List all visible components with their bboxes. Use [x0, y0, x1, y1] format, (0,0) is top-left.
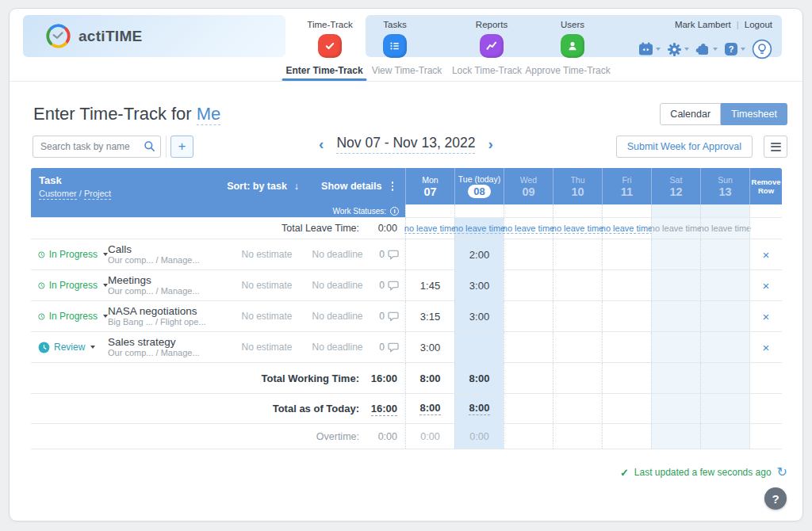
- logo[interactable]: actiTIME: [23, 15, 285, 57]
- previous-week-arrow[interactable]: ‹: [316, 134, 327, 155]
- total-working-time-label: Total Working Time:: [261, 372, 359, 384]
- status-dropdown[interactable]: In Progress: [31, 239, 108, 269]
- calendar-view-button[interactable]: Calendar: [660, 103, 721, 125]
- customer-sort-link[interactable]: Customer: [39, 189, 77, 200]
- show-details-control[interactable]: Show details: [321, 181, 381, 192]
- refresh-icon[interactable]: ↻: [777, 466, 787, 479]
- settings-menu-button[interactable]: [665, 40, 691, 59]
- time-cell[interactable]: [651, 270, 700, 300]
- tab-label: Time-Track: [307, 20, 352, 29]
- total-as-of-today-label: Total as of Today:: [273, 403, 359, 414]
- info-icon[interactable]: i: [390, 207, 399, 216]
- tips-button[interactable]: [750, 37, 774, 61]
- comments-button[interactable]: 0: [374, 301, 405, 331]
- search-icon[interactable]: [144, 140, 155, 155]
- time-cell[interactable]: [553, 239, 602, 269]
- remove-row-button[interactable]: ×: [763, 342, 770, 353]
- time-cell[interactable]: [651, 239, 700, 269]
- time-cell[interactable]: [504, 239, 553, 269]
- integrations-menu-button[interactable]: [694, 40, 719, 58]
- comments-button[interactable]: 0: [374, 239, 405, 269]
- chevron-down-icon: [713, 48, 718, 51]
- search-input[interactable]: [33, 136, 161, 158]
- time-cell[interactable]: [602, 239, 651, 269]
- time-cell[interactable]: [602, 301, 651, 331]
- task-name[interactable]: Calls: [108, 243, 233, 256]
- status-dropdown[interactable]: In Progress: [31, 301, 108, 331]
- time-cell[interactable]: [700, 270, 749, 300]
- time-cell[interactable]: [504, 301, 553, 331]
- remove-row-button[interactable]: ×: [763, 311, 770, 323]
- time-cell[interactable]: [602, 332, 651, 362]
- tab-label: Users: [561, 20, 584, 29]
- time-cell[interactable]: 3:00: [454, 270, 504, 300]
- add-task-button[interactable]: +: [170, 136, 193, 158]
- user-selector[interactable]: Me: [197, 104, 221, 125]
- tab-users[interactable]: Users: [546, 20, 599, 58]
- time-cell[interactable]: 1:45: [405, 270, 454, 300]
- task-name[interactable]: NASA negotiations: [108, 305, 233, 318]
- help-fab-button[interactable]: ?: [764, 487, 787, 510]
- comments-button[interactable]: 0: [374, 270, 405, 300]
- logout-link[interactable]: Logout: [745, 20, 772, 29]
- time-cell[interactable]: [553, 270, 602, 300]
- leave-time-link[interactable]: no leave time: [601, 223, 653, 234]
- task-name[interactable]: Meetings: [108, 274, 233, 287]
- tab-tasks[interactable]: Tasks: [369, 20, 421, 58]
- table-header-row: Task Customer / Project Sort: by task ↓ …: [31, 168, 782, 204]
- time-cell[interactable]: 2:00: [454, 239, 504, 269]
- tab-reports[interactable]: Reports: [465, 20, 518, 58]
- week-range-label[interactable]: Nov 07 - Nov 13, 2022: [336, 135, 475, 154]
- task-row: In Progress NASA negotiations Big Bang .…: [31, 300, 782, 331]
- timesheet-view-button[interactable]: Timesheet: [721, 103, 787, 125]
- time-cell[interactable]: [700, 332, 749, 362]
- time-cell[interactable]: [700, 239, 749, 269]
- total-as-of-today-value[interactable]: 16:00: [371, 403, 397, 416]
- subnav-view-time-track[interactable]: View Time-Track: [372, 61, 442, 80]
- calendar-menu-button[interactable]: [637, 40, 662, 58]
- project-sort-link[interactable]: Project: [84, 189, 111, 200]
- status-dropdown[interactable]: In Progress: [31, 270, 108, 300]
- comments-button[interactable]: 0: [374, 332, 405, 362]
- subnav-lock-time-track[interactable]: Lock Time-Track: [452, 61, 522, 80]
- time-cell[interactable]: [405, 239, 454, 269]
- leave-time-link-disabled: no leave time: [699, 223, 751, 233]
- table-menu-button[interactable]: [764, 136, 787, 158]
- path-separator: /: [79, 189, 82, 198]
- time-cell[interactable]: [553, 301, 602, 331]
- subnav-enter-time-track[interactable]: Enter Time-Track: [285, 61, 362, 80]
- chart-line-icon: [480, 34, 504, 58]
- task-name[interactable]: Sales strategy: [108, 336, 233, 349]
- leave-time-link[interactable]: no leave time: [552, 223, 603, 234]
- logo-text: actiTIME: [79, 28, 143, 45]
- time-cell[interactable]: [700, 301, 749, 331]
- time-cell[interactable]: [651, 332, 700, 362]
- time-cell[interactable]: 3:15: [405, 301, 454, 331]
- help-menu-button[interactable]: ?: [722, 40, 747, 58]
- remove-row-button[interactable]: ×: [763, 249, 770, 261]
- next-week-arrow[interactable]: ›: [485, 134, 496, 155]
- sort-by-task-control[interactable]: Sort: by task: [227, 181, 287, 192]
- submit-week-button[interactable]: Submit Week for Approval: [616, 136, 753, 158]
- subnav-approve-time-track[interactable]: Approve Time-Track: [525, 61, 611, 80]
- time-cell[interactable]: [602, 270, 651, 300]
- leave-time-link[interactable]: no leave time: [503, 223, 554, 234]
- time-cell[interactable]: [504, 332, 553, 362]
- calendar-icon: [638, 42, 653, 56]
- day-header-wed: Wed09: [504, 168, 553, 204]
- remove-row-button[interactable]: ×: [763, 280, 770, 292]
- task-path: Our comp... / Manage...: [108, 348, 233, 358]
- time-cell[interactable]: [454, 332, 504, 362]
- leave-time-link[interactable]: no leave time: [454, 223, 505, 234]
- leave-time-link[interactable]: no leave time: [404, 223, 456, 234]
- time-cell[interactable]: 3:00: [405, 332, 454, 362]
- time-cell[interactable]: [553, 332, 602, 362]
- time-cell[interactable]: [504, 270, 553, 300]
- more-options-icon[interactable]: [389, 180, 396, 193]
- today-date-pill: 08: [468, 185, 490, 198]
- tab-time-track[interactable]: Time-Track: [289, 20, 371, 58]
- sort-direction-arrow[interactable]: ↓: [294, 181, 299, 192]
- status-dropdown[interactable]: Review: [31, 332, 108, 362]
- time-cell[interactable]: [651, 301, 700, 331]
- time-cell[interactable]: 3:00: [454, 301, 504, 331]
